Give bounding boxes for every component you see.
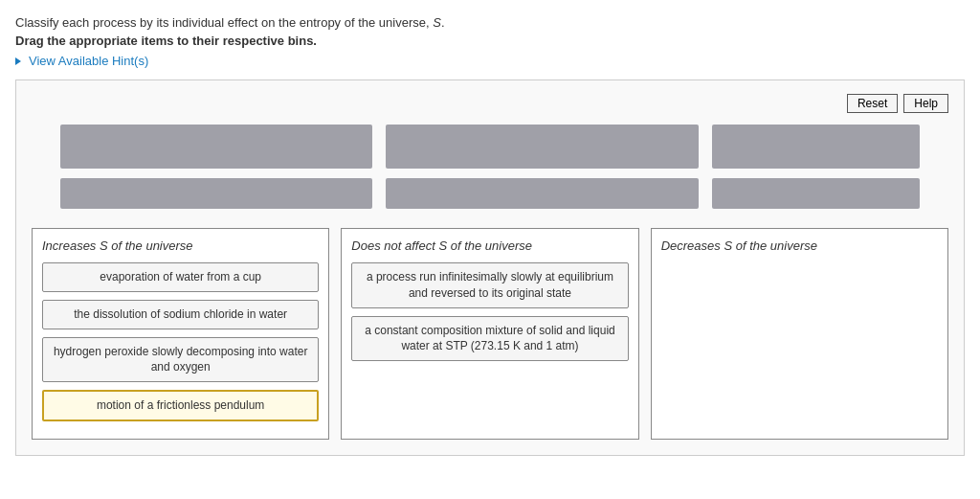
placeholder-row-2: [60, 178, 920, 209]
drag-item-item6[interactable]: a constant composition mixture of solid …: [351, 316, 628, 362]
bin-title-increases: Increases S of the universe: [42, 238, 319, 253]
drag-item-item4[interactable]: motion of a frictionless pendulum: [42, 390, 319, 421]
top-bar: Reset Help: [32, 94, 948, 113]
hint-label: View Available Hint(s): [29, 54, 148, 68]
placeholder-bar-3: [712, 125, 921, 169]
entropy-var: S: [433, 15, 441, 30]
hint-link[interactable]: View Available Hint(s): [15, 54, 965, 68]
help-button[interactable]: Help: [903, 94, 948, 113]
placeholder-row-1: [60, 125, 920, 169]
reset-button[interactable]: Reset: [847, 94, 898, 113]
bin-does_not_affect[interactable]: Does not affect S of the universea proce…: [341, 228, 638, 440]
bin-increases[interactable]: Increases S of the universeevaporation o…: [32, 228, 329, 440]
bin-decreases[interactable]: Decreases S of the universe: [651, 228, 948, 440]
drag-item-item3[interactable]: hydrogen peroxide slowly decomposing int…: [42, 337, 319, 383]
instructions: Classify each process by its individual …: [15, 15, 965, 48]
drag-item-item2[interactable]: the dissolution of sodium chloride in wa…: [42, 300, 319, 329]
bins-area: Increases S of the universeevaporation o…: [32, 228, 948, 440]
bin-title-decreases: Decreases S of the universe: [661, 238, 938, 253]
instruction-text-2: Drag the appropriate items to their resp…: [15, 34, 965, 48]
hint-arrow-icon: [15, 57, 21, 65]
drag-item-item1[interactable]: evaporation of water from a cup: [42, 262, 319, 292]
instruction-period: .: [441, 15, 445, 30]
drag-item-item5[interactable]: a process run infinitesimally slowly at …: [351, 262, 628, 308]
instruction-text-1: Classify each process by its individual …: [15, 15, 430, 30]
main-container: Reset Help Increases S of the universeev…: [15, 79, 965, 456]
placeholder-bar-4: [60, 178, 372, 209]
placeholder-bar-6: [712, 178, 921, 209]
placeholder-bar-5: [386, 178, 698, 209]
placeholder-area: [32, 125, 948, 209]
bin-title-does_not_affect: Does not affect S of the universe: [351, 238, 628, 253]
placeholder-bar-1: [60, 125, 372, 169]
placeholder-bar-2: [386, 125, 698, 169]
